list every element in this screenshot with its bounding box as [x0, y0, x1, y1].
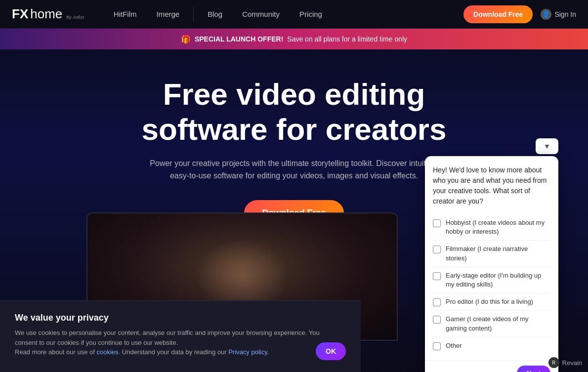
survey-container: ▼ Hey! We'd love to know more about who …: [425, 156, 558, 372]
privacy-text: We use cookies to personalise your conte…: [15, 328, 331, 357]
nav-link-community[interactable]: Community: [232, 0, 290, 29]
privacy-ok-button[interactable]: OK: [316, 342, 346, 360]
logo-fx: FX: [12, 6, 28, 22]
survey-panel: Hey! We'd love to know more about who yo…: [425, 156, 558, 372]
revain-watermark: R Revain: [548, 357, 582, 368]
download-free-button[interactable]: Download Free: [463, 5, 533, 23]
logo-artlist: By Artlist: [66, 15, 84, 20]
checkbox-early-stage[interactable]: [433, 272, 441, 280]
option-label-pro-editor: Pro editor (I do this for a living): [446, 297, 533, 306]
checkbox-other[interactable]: [433, 342, 441, 350]
sign-in-button[interactable]: 👤 Sign In: [541, 9, 576, 20]
sign-in-label: Sign In: [554, 10, 576, 18]
option-label-hobbyist: Hobbyist (I create videos about my hobby…: [446, 218, 550, 236]
checkbox-hobbyist[interactable]: [433, 219, 441, 227]
privacy-banner: We value your privacy We use cookies to …: [0, 300, 361, 372]
checkbox-pro-editor[interactable]: [433, 298, 441, 306]
survey-option-filmmaker[interactable]: Filmmaker (I create narrative stories): [433, 241, 550, 267]
navbar: FXhome By Artlist HitFilm Imerge Blog Co…: [0, 0, 588, 29]
banner-bold: SPECIAL LAUNCH OFFER!: [195, 35, 283, 43]
option-label-gamer: Gamer (I create videos of my gaming cont…: [446, 315, 550, 332]
gift-icon: 🎁: [181, 35, 191, 44]
nav-divider: [193, 7, 194, 22]
logo[interactable]: FXhome By Artlist: [12, 6, 84, 22]
survey-next-button[interactable]: Next: [517, 366, 550, 372]
revain-icon: R: [548, 357, 559, 368]
privacy-policy-link[interactable]: Privacy policy: [228, 348, 267, 356]
survey-option-other[interactable]: Other: [433, 337, 550, 354]
chevron-down-icon: ▼: [544, 142, 550, 150]
survey-collapse-button[interactable]: ▼: [536, 138, 558, 154]
revain-label: Revain: [562, 359, 582, 367]
option-label-filmmaker: Filmmaker (I create narrative stories): [446, 245, 550, 262]
nav-link-hitfilm[interactable]: HitFilm: [104, 0, 147, 29]
nav-link-pricing[interactable]: Pricing: [290, 0, 332, 29]
nav-link-blog[interactable]: Blog: [198, 0, 232, 29]
survey-option-gamer[interactable]: Gamer (I create videos of my gaming cont…: [433, 311, 550, 337]
survey-option-pro-editor[interactable]: Pro editor (I do this for a living): [433, 293, 550, 311]
checkbox-gamer[interactable]: [433, 316, 441, 324]
user-icon: 👤: [541, 9, 551, 20]
promo-banner[interactable]: 🎁 SPECIAL LAUNCH OFFER! Save on all plan…: [0, 29, 588, 49]
logo-home: home: [30, 6, 62, 22]
nav-link-imerge[interactable]: Imerge: [146, 0, 189, 29]
checkbox-filmmaker[interactable]: [433, 246, 441, 253]
cookies-link[interactable]: cookies: [97, 348, 119, 356]
survey-question: Hey! We'd love to know more about who yo…: [433, 165, 550, 207]
survey-option-hobbyist[interactable]: Hobbyist (I create videos about my hobby…: [433, 214, 550, 241]
survey-body: Hey! We'd love to know more about who yo…: [425, 156, 558, 360]
banner-text: Save on all plans for a limited time onl…: [287, 35, 407, 43]
privacy-title: We value your privacy: [15, 313, 346, 323]
hero-title: Free video editing software for creators: [121, 77, 467, 147]
nav-links: HitFilm Imerge Blog Community Pricing: [104, 0, 463, 29]
hero-subtitle: Power your creative projects with the ul…: [146, 157, 442, 182]
survey-option-early-stage[interactable]: Early-stage editor (I'm building up my e…: [433, 267, 550, 293]
survey-footer: Next: [425, 360, 558, 372]
option-label-other: Other: [446, 341, 462, 350]
option-label-early-stage: Early-stage editor (I'm building up my e…: [446, 271, 550, 289]
nav-right: Download Free 👤 Sign In: [463, 5, 576, 23]
